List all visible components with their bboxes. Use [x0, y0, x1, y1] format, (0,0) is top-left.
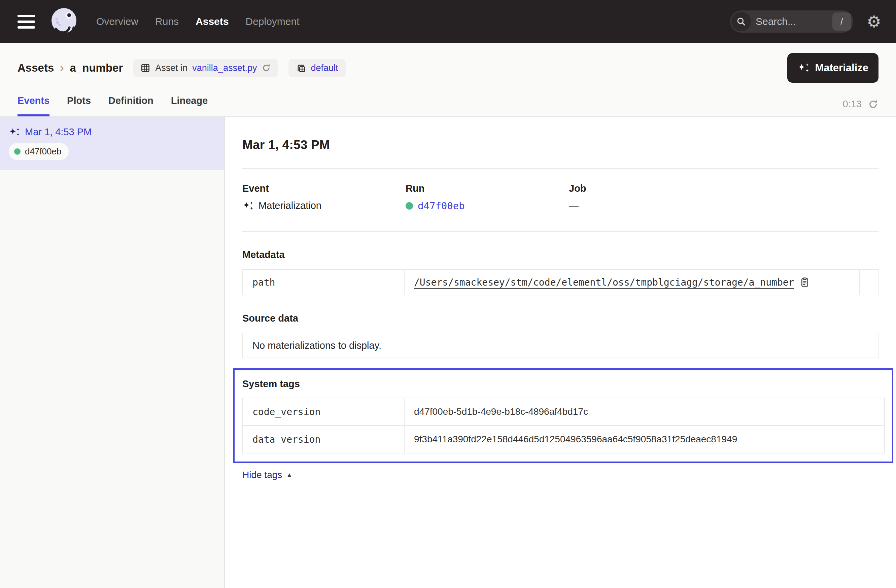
asset-name: a_number — [70, 62, 123, 74]
table-row: data_version 9f3b411a390fd22e158d446d5d1… — [243, 425, 885, 453]
menu-button[interactable] — [17, 15, 35, 29]
event-date-row: Mar 1, 4:53 PM — [9, 126, 215, 138]
system-tags-highlight-box: System tags code_version d47f00eb-5d1b-4… — [233, 368, 893, 463]
search-box[interactable]: / — [730, 11, 853, 33]
breadcrumb: Assets › a_number — [17, 61, 123, 75]
system-tags-heading: System tags — [242, 378, 885, 389]
sparkle-icon — [9, 128, 20, 137]
sparkle-icon — [797, 63, 809, 73]
asset-file-link[interactable]: vanilla_asset.py — [192, 63, 257, 73]
nav-overview[interactable]: Overview — [96, 16, 138, 27]
tab-events[interactable]: Events — [17, 95, 49, 116]
table-row: path /Users/smackesey/stm/code/elementl/… — [243, 269, 879, 295]
tag-value: 9f3b411a390fd22e158d446d5d12504963596aa6… — [404, 425, 885, 453]
job-column: Job — — [569, 183, 879, 211]
reload-definition-icon[interactable] — [262, 63, 271, 73]
job-column-label: Job — [569, 183, 879, 194]
dagster-logo[interactable] — [48, 5, 80, 38]
search-shortcut-key: / — [832, 12, 851, 30]
metadata-table: path /Users/smackesey/stm/code/elementl/… — [242, 269, 879, 295]
run-status-dot — [14, 148, 21, 155]
top-nav: Overview Runs Assets Deployment / ⚙ — [0, 0, 896, 43]
tab-bar: Events Plots Definition Lineage 0:13 — [0, 90, 896, 117]
table-row: code_version d47f00eb-5d1b-4e9e-b18c-489… — [243, 398, 885, 425]
divider — [242, 168, 879, 169]
run-column-label: Run — [405, 183, 569, 194]
group-link[interactable]: default — [311, 63, 338, 73]
system-tags-table: code_version d47f00eb-5d1b-4e9e-b18c-489… — [242, 398, 885, 453]
search-icon — [731, 12, 751, 31]
event-date: Mar 1, 4:53 PM — [25, 126, 91, 138]
divider — [242, 231, 879, 232]
tab-definition[interactable]: Definition — [108, 95, 154, 116]
copy-clipboard-icon[interactable] — [799, 277, 810, 288]
tag-key: code_version — [243, 398, 404, 425]
asset-group-badge[interactable]: default — [288, 59, 345, 77]
grid-icon — [140, 63, 151, 73]
main-nav: Overview Runs Assets Deployment — [96, 16, 300, 27]
refresh-icon[interactable] — [868, 99, 879, 109]
content-area: Mar 1, 4:53 PM d47f00eb Mar 1, 4:53 PM E… — [0, 117, 896, 588]
event-column-label: Event — [242, 183, 405, 194]
metadata-key: path — [243, 269, 404, 295]
caret-up-icon: ▲ — [286, 471, 293, 479]
event-detail-panel: Mar 1, 4:53 PM Event Materialization Run… — [225, 117, 896, 588]
asset-definition-badge[interactable]: Asset in vanilla_asset.py — [133, 59, 278, 77]
settings-gear-icon[interactable]: ⚙ — [867, 14, 881, 30]
sparkle-icon — [242, 201, 254, 211]
nav-deployment[interactable]: Deployment — [245, 16, 299, 27]
run-column: Run d47f00eb — [405, 183, 569, 211]
chevron-right-icon: › — [60, 61, 64, 75]
page-header: Assets › a_number Asset in vanilla_asset… — [0, 43, 896, 90]
run-link[interactable]: d47f00eb — [418, 200, 465, 211]
event-list-item[interactable]: Mar 1, 4:53 PM d47f00eb — [0, 117, 224, 170]
hide-tags-label: Hide tags — [242, 469, 282, 480]
search-input[interactable] — [751, 16, 832, 27]
asset-in-label: Asset in — [155, 63, 187, 73]
job-value: — — [569, 200, 579, 211]
event-info-row: Event Materialization Run d47f00eb Job — — [242, 183, 879, 211]
tag-value: d47f00eb-5d1b-4e9e-b18c-4896af4bd17c — [404, 398, 885, 425]
event-column: Event Materialization — [242, 183, 405, 211]
breadcrumb-assets-link[interactable]: Assets — [17, 62, 54, 74]
events-sidebar: Mar 1, 4:53 PM d47f00eb — [0, 117, 225, 588]
run-id: d47f00eb — [25, 146, 61, 157]
nav-runs[interactable]: Runs — [155, 16, 179, 27]
materialize-button[interactable]: Materialize — [787, 53, 879, 83]
event-title: Mar 1, 4:53 PM — [242, 138, 879, 152]
layers-icon — [296, 63, 306, 73]
source-data-heading: Source data — [242, 313, 879, 324]
source-data-empty-box: No materializations to display. — [242, 333, 879, 358]
nav-assets[interactable]: Assets — [195, 16, 229, 27]
tag-key: data_version — [243, 425, 404, 453]
metadata-heading: Metadata — [242, 249, 879, 260]
tab-lineage[interactable]: Lineage — [171, 95, 208, 116]
materialize-label: Materialize — [815, 62, 869, 74]
path-link[interactable]: /Users/smackesey/stm/code/elementl/oss/t… — [414, 277, 794, 288]
run-id-badge[interactable]: d47f00eb — [9, 143, 69, 160]
empty-message: No materializations to display. — [253, 340, 381, 351]
table-endcap-cell — [859, 269, 879, 295]
hide-tags-link[interactable]: Hide tags ▲ — [242, 469, 293, 480]
tab-plots[interactable]: Plots — [67, 95, 91, 116]
event-type: Materialization — [259, 200, 322, 211]
run-status-dot — [405, 202, 413, 210]
refresh-countdown: 0:13 — [843, 99, 862, 109]
